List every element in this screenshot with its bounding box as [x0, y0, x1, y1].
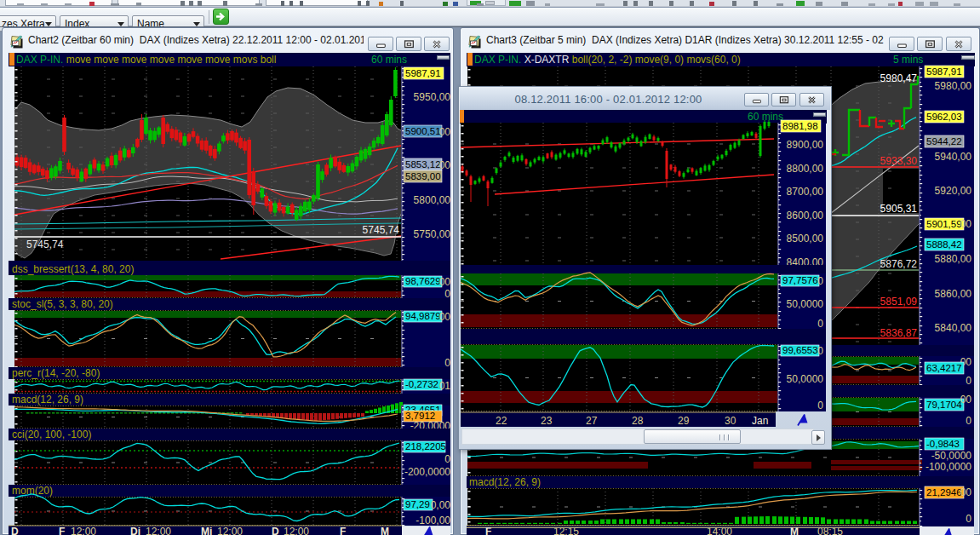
svg-text:-100,0000: -100,0000: [926, 461, 971, 473]
svg-text:218,2205: 218,2205: [405, 441, 446, 452]
svg-text:M: M: [790, 526, 799, 535]
svg-text:-0,9843: -0,9843: [926, 439, 960, 449]
svg-text:dss_bressert(13, 4, 80, 20): dss_bressert(13, 4, 80, 20): [12, 263, 134, 275]
svg-text:12:00: 12:00: [284, 526, 309, 535]
svg-text:5839,00: 5839,00: [405, 171, 441, 181]
svg-text:97,29: 97,29: [405, 499, 430, 509]
svg-text:5944,22: 5944,22: [926, 136, 962, 147]
svg-text:Mi: Mi: [201, 526, 212, 535]
svg-text:5987,91: 5987,91: [405, 68, 441, 78]
svg-text:-0,2732: -0,2732: [405, 379, 438, 389]
svg-text:5851,09: 5851,09: [880, 296, 918, 308]
svg-text:97,7576: 97,7576: [782, 275, 818, 285]
svg-text:12:00: 12:00: [217, 526, 243, 535]
svg-text:5745,74: 5745,74: [26, 239, 64, 250]
svg-text:0: 0: [817, 318, 823, 330]
svg-text:00: 00: [960, 486, 972, 498]
svg-text:8600,00: 8600,00: [787, 210, 824, 221]
svg-text:5980,00: 5980,00: [935, 80, 972, 92]
svg-text:cci(20, 100, -100): cci(20, 100, -100): [12, 429, 91, 440]
svg-text:22: 22: [496, 415, 507, 427]
svg-text:5980,47: 5980,47: [880, 72, 918, 84]
svg-text:01: 01: [439, 380, 450, 392]
svg-text:5900,51: 5900,51: [405, 126, 441, 136]
svg-text:Di: Di: [130, 526, 140, 535]
svg-text:macd(12, 26, 9): macd(12, 26, 9): [469, 476, 541, 488]
svg-text:5987,91: 5987,91: [926, 66, 962, 77]
svg-text:mom(20): mom(20): [12, 485, 53, 497]
svg-text:-100,00: -100,00: [415, 515, 450, 526]
svg-text:00: 00: [960, 394, 972, 406]
svg-text:23: 23: [541, 415, 553, 427]
svg-text:0: 0: [444, 357, 450, 369]
svg-text:5853,12: 5853,12: [405, 159, 441, 170]
svg-text:0: 0: [966, 375, 971, 387]
svg-text:50,0000: 50,0000: [787, 298, 824, 310]
svg-text:D: D: [11, 526, 19, 535]
svg-text:5901,59: 5901,59: [926, 219, 962, 229]
svg-text:8500,00: 8500,00: [787, 233, 824, 244]
svg-text:5876,72: 5876,72: [880, 258, 918, 270]
svg-text:14:00: 14:00: [707, 526, 732, 535]
svg-text:5860,00: 5860,00: [935, 288, 972, 300]
svg-text:29: 29: [678, 415, 690, 427]
svg-text:F: F: [485, 526, 491, 535]
svg-text:D: D: [272, 526, 279, 535]
svg-text:00: 00: [439, 126, 450, 138]
svg-text:50,0000: 50,0000: [787, 373, 824, 385]
svg-text:79,1704: 79,1704: [926, 400, 962, 410]
svg-text:stoc_sl(5, 3, 3, 80, 20): stoc_sl(5, 3, 3, 80, 20): [12, 298, 113, 310]
svg-text:5888,42: 5888,42: [926, 239, 962, 250]
svg-text:8981,98: 8981,98: [782, 121, 818, 131]
svg-text:macd(12, 26, 9): macd(12, 26, 9): [12, 394, 83, 406]
svg-text:5800,00: 5800,00: [414, 194, 450, 206]
svg-text:5920,00: 5920,00: [935, 185, 972, 197]
svg-text:63,4217: 63,4217: [926, 363, 962, 373]
svg-text:M: M: [381, 526, 389, 535]
svg-text:8900,00: 8900,00: [787, 139, 824, 151]
svg-text:5933,30: 5933,30: [880, 155, 918, 167]
svg-text:0: 0: [817, 400, 823, 411]
svg-text:12:15: 12:15: [553, 526, 579, 535]
svg-text:99,6553: 99,6553: [782, 345, 818, 355]
svg-text:5836,87: 5836,87: [880, 327, 918, 339]
svg-text:5750,00: 5750,00: [414, 228, 450, 240]
svg-text:5880,00: 5880,00: [935, 253, 972, 265]
svg-text:08:15: 08:15: [817, 526, 843, 535]
svg-text:5840,00: 5840,00: [935, 322, 972, 334]
svg-text:0: 0: [444, 453, 450, 465]
svg-text:00: 00: [439, 159, 450, 171]
svg-text:5962,03: 5962,03: [926, 112, 962, 122]
svg-text:94,9879: 94,9879: [405, 311, 441, 321]
svg-text:F: F: [340, 526, 346, 535]
svg-text:8700,00: 8700,00: [787, 186, 824, 198]
svg-text:28: 28: [632, 415, 644, 427]
svg-text:5905,31: 5905,31: [880, 203, 918, 215]
svg-text:-50,0000: -50,0000: [931, 450, 972, 462]
svg-text:F: F: [59, 526, 65, 535]
svg-text:5950,00: 5950,00: [414, 91, 450, 103]
svg-text:Jan: Jan: [752, 415, 768, 427]
svg-text:0,00: 0,00: [431, 499, 450, 511]
svg-text:0: 0: [966, 415, 971, 427]
svg-text:98,7629: 98,7629: [405, 276, 441, 286]
svg-text:0: 0: [966, 513, 971, 525]
svg-text:8800,00: 8800,00: [787, 163, 824, 175]
svg-text:12:00: 12:00: [146, 526, 171, 535]
svg-text:00: 00: [960, 218, 972, 230]
svg-text:0: 0: [817, 275, 823, 287]
svg-text:21,2946: 21,2946: [926, 487, 962, 498]
svg-text:27: 27: [586, 415, 598, 427]
svg-text:perc_r(14, -20, -80): perc_r(14, -20, -80): [12, 367, 100, 379]
svg-text:30: 30: [725, 415, 736, 427]
svg-text:12:00: 12:00: [71, 526, 96, 535]
svg-text:-200,0000: -200,0000: [404, 466, 450, 478]
svg-text:00: 00: [439, 311, 450, 323]
svg-text:5940,00: 5940,00: [935, 151, 972, 163]
svg-text:00: 00: [439, 276, 450, 288]
svg-text:0: 0: [444, 288, 450, 300]
svg-text:5745,74: 5745,74: [363, 224, 400, 236]
svg-text:0: 0: [817, 345, 823, 357]
